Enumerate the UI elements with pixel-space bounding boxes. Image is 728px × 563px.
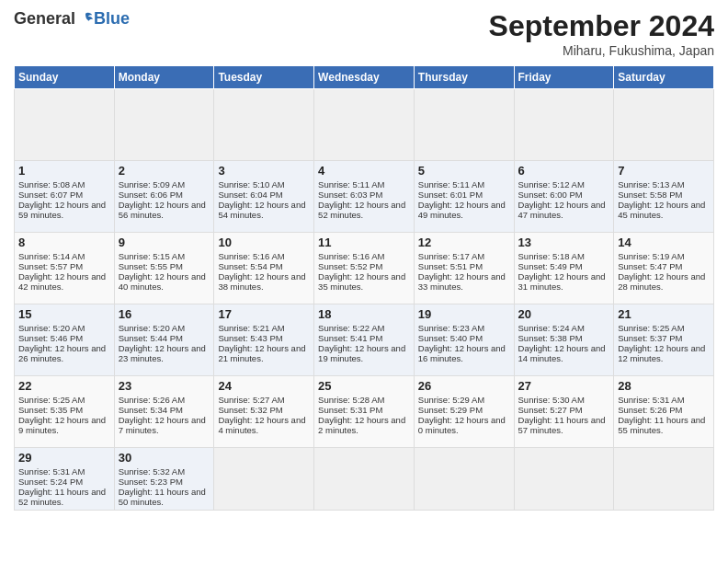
col-friday: Friday: [514, 66, 614, 89]
calendar-cell: 22 Sunrise: 5:25 AM Sunset: 5:35 PM Dayl…: [15, 376, 115, 448]
location: Miharu, Fukushima, Japan: [489, 43, 714, 58]
calendar-cell: 5 Sunrise: 5:11 AM Sunset: 6:01 PM Dayli…: [414, 161, 514, 233]
sunrise-label: Sunrise: 5:28 AM: [318, 395, 384, 405]
sunrise-label: Sunrise: 5:09 AM: [119, 179, 185, 190]
calendar-cell: 23 Sunrise: 5:26 AM Sunset: 5:34 PM Dayl…: [114, 376, 214, 448]
day-number: 3: [218, 164, 310, 178]
day-number: 14: [618, 236, 710, 249]
sunrise-label: Sunrise: 5:29 AM: [418, 395, 484, 405]
sunrise-label: Sunrise: 5:21 AM: [218, 323, 284, 333]
sunset-label: Sunset: 5:55 PM: [119, 261, 183, 271]
sunrise-label: Sunrise: 5:23 AM: [418, 323, 484, 333]
calendar-cell: 7 Sunrise: 5:13 AM Sunset: 5:58 PM Dayli…: [614, 161, 714, 233]
page-container: General Blue September 2024 Miharu, Fuku…: [0, 0, 728, 520]
sunrise-label: Sunrise: 5:25 AM: [18, 395, 85, 405]
calendar-cell: [614, 89, 714, 161]
calendar-cell: 21 Sunrise: 5:25 AM Sunset: 5:37 PM Dayl…: [614, 304, 714, 376]
sunset-label: Sunset: 5:47 PM: [618, 261, 682, 271]
calendar-cell: 20 Sunrise: 5:24 AM Sunset: 5:38 PM Dayl…: [514, 304, 614, 376]
calendar-cell: 15 Sunrise: 5:20 AM Sunset: 5:46 PM Dayl…: [15, 304, 115, 376]
sunrise-label: Sunrise: 5:13 AM: [618, 179, 684, 190]
col-saturday: Saturday: [614, 66, 714, 89]
sunset-label: Sunset: 5:26 PM: [618, 405, 682, 415]
calendar-cell: 2 Sunrise: 5:09 AM Sunset: 6:06 PM Dayli…: [114, 161, 214, 233]
sunset-label: Sunset: 5:32 PM: [218, 405, 282, 415]
day-number: 23: [119, 379, 210, 393]
daylight-label: Daylight: 12 hours and 59 minutes.: [18, 200, 106, 220]
daylight-label: Daylight: 11 hours and 57 minutes.: [518, 415, 606, 435]
sunrise-label: Sunrise: 5:12 AM: [518, 179, 585, 190]
sunrise-label: Sunrise: 5:31 AM: [18, 466, 85, 477]
calendar-cell: [214, 89, 314, 161]
sunrise-label: Sunrise: 5:11 AM: [418, 179, 484, 190]
daylight-label: Daylight: 12 hours and 49 minutes.: [418, 200, 506, 220]
day-number: 24: [218, 379, 310, 393]
daylight-label: Daylight: 12 hours and 19 minutes.: [318, 343, 405, 363]
daylight-label: Daylight: 12 hours and 42 minutes.: [18, 271, 106, 292]
daylight-label: Daylight: 12 hours and 33 minutes.: [418, 271, 506, 292]
day-number: 16: [119, 307, 210, 321]
daylight-label: Daylight: 12 hours and 0 minutes.: [418, 415, 506, 435]
calendar-cell: [414, 89, 514, 161]
sunset-label: Sunset: 6:07 PM: [18, 190, 83, 200]
sunset-label: Sunset: 5:23 PM: [119, 477, 183, 487]
sunset-label: Sunset: 5:52 PM: [318, 261, 382, 271]
day-number: 25: [318, 379, 410, 393]
sunrise-label: Sunrise: 5:32 AM: [119, 466, 185, 477]
day-number: 29: [18, 451, 110, 465]
day-number: 8: [18, 236, 110, 249]
calendar-cell: 3 Sunrise: 5:10 AM Sunset: 6:04 PM Dayli…: [214, 161, 314, 233]
sunrise-label: Sunrise: 5:22 AM: [318, 323, 384, 333]
day-number: 27: [518, 379, 610, 393]
sunrise-label: Sunrise: 5:10 AM: [218, 179, 284, 190]
calendar-cell: 25 Sunrise: 5:28 AM Sunset: 5:31 PM Dayl…: [314, 376, 415, 448]
daylight-label: Daylight: 12 hours and 56 minutes.: [119, 200, 206, 220]
daylight-label: Daylight: 12 hours and 4 minutes.: [218, 415, 305, 435]
day-number: 22: [18, 379, 110, 393]
calendar-cell: [514, 448, 614, 511]
page-header: General Blue September 2024 Miharu, Fuku…: [14, 9, 714, 58]
sunrise-label: Sunrise: 5:20 AM: [119, 323, 185, 333]
sunrise-label: Sunrise: 5:15 AM: [119, 251, 185, 261]
calendar-cell: 24 Sunrise: 5:27 AM Sunset: 5:32 PM Dayl…: [214, 376, 314, 448]
sunset-label: Sunset: 5:44 PM: [119, 333, 183, 343]
sunset-label: Sunset: 5:31 PM: [318, 405, 382, 415]
sunrise-label: Sunrise: 5:16 AM: [318, 251, 384, 261]
day-number: 12: [418, 236, 510, 249]
logo-blue-text: Blue: [94, 9, 130, 29]
calendar-cell: 4 Sunrise: 5:11 AM Sunset: 6:03 PM Dayli…: [314, 161, 415, 233]
daylight-label: Daylight: 12 hours and 47 minutes.: [518, 200, 606, 220]
daylight-label: Daylight: 11 hours and 55 minutes.: [618, 415, 705, 435]
sunset-label: Sunset: 5:29 PM: [418, 405, 483, 415]
sunrise-label: Sunrise: 5:14 AM: [18, 251, 85, 261]
daylight-label: Daylight: 11 hours and 52 minutes.: [18, 487, 106, 507]
sunrise-label: Sunrise: 5:27 AM: [218, 395, 284, 405]
day-number: 26: [418, 379, 510, 393]
sunset-label: Sunset: 5:27 PM: [518, 405, 583, 415]
sunset-label: Sunset: 5:43 PM: [218, 333, 282, 343]
daylight-label: Daylight: 12 hours and 21 minutes.: [218, 343, 305, 363]
daylight-label: Daylight: 12 hours and 7 minutes.: [119, 415, 206, 435]
day-number: 30: [119, 451, 210, 465]
calendar-cell: 14 Sunrise: 5:19 AM Sunset: 5:47 PM Dayl…: [614, 233, 714, 304]
sunrise-label: Sunrise: 5:11 AM: [318, 179, 384, 190]
calendar-cell: 6 Sunrise: 5:12 AM Sunset: 6:00 PM Dayli…: [514, 161, 614, 233]
calendar-cell: 11 Sunrise: 5:16 AM Sunset: 5:52 PM Dayl…: [314, 233, 415, 304]
day-number: 20: [518, 307, 610, 321]
sunset-label: Sunset: 5:35 PM: [18, 405, 83, 415]
day-number: 19: [418, 307, 510, 321]
sunset-label: Sunset: 5:38 PM: [518, 333, 583, 343]
day-number: 9: [119, 236, 210, 249]
calendar-cell: 10 Sunrise: 5:16 AM Sunset: 5:54 PM Dayl…: [214, 233, 314, 304]
day-number: 15: [18, 307, 110, 321]
sunset-label: Sunset: 5:34 PM: [119, 405, 183, 415]
sunrise-label: Sunrise: 5:26 AM: [119, 395, 185, 405]
daylight-label: Daylight: 12 hours and 52 minutes.: [318, 200, 405, 220]
sunrise-label: Sunrise: 5:30 AM: [518, 395, 585, 405]
sunset-label: Sunset: 6:06 PM: [119, 190, 183, 200]
logo-general-text: General: [14, 9, 75, 29]
day-number: 10: [218, 236, 310, 249]
sunrise-label: Sunrise: 5:25 AM: [618, 323, 684, 333]
day-number: 28: [618, 379, 710, 393]
day-number: 13: [518, 236, 610, 249]
